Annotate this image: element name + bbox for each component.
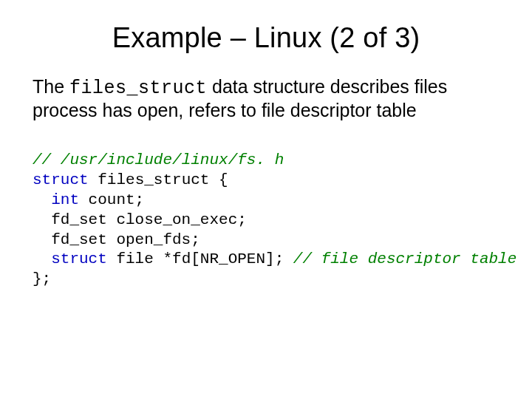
code-l1-rest: count; bbox=[79, 191, 144, 208]
code-l3-rest: open_fds; bbox=[116, 231, 200, 248]
code-block: // /usr/include/linux/fs. h struct files… bbox=[33, 151, 499, 290]
code-kw-struct: struct bbox=[33, 171, 89, 188]
code-kw-int: int bbox=[51, 191, 79, 208]
code-kw-struct2: struct bbox=[51, 250, 107, 267]
code-l2-rest: close_on_exec; bbox=[116, 211, 246, 228]
body-pre: The bbox=[33, 76, 69, 97]
code-decl-name: files_struct { bbox=[89, 171, 228, 188]
code-close: }; bbox=[33, 270, 51, 287]
code-l4-mid: file *fd[NR_OPEN]; bbox=[107, 250, 293, 267]
code-comment-header: // /usr/include/linux/fs. h bbox=[33, 151, 284, 168]
slide-title: Example – Linux (2 of 3) bbox=[33, 22, 499, 54]
code-l4-comment: // file descriptor table bbox=[293, 250, 516, 267]
body-mono: files_struct bbox=[69, 78, 207, 99]
body-paragraph: The files_struct data structure describe… bbox=[33, 76, 499, 121]
code-l3-type: fd_set bbox=[51, 231, 116, 248]
code-l2-type: fd_set bbox=[51, 211, 116, 228]
slide: Example – Linux (2 of 3) The files_struc… bbox=[0, 0, 532, 399]
